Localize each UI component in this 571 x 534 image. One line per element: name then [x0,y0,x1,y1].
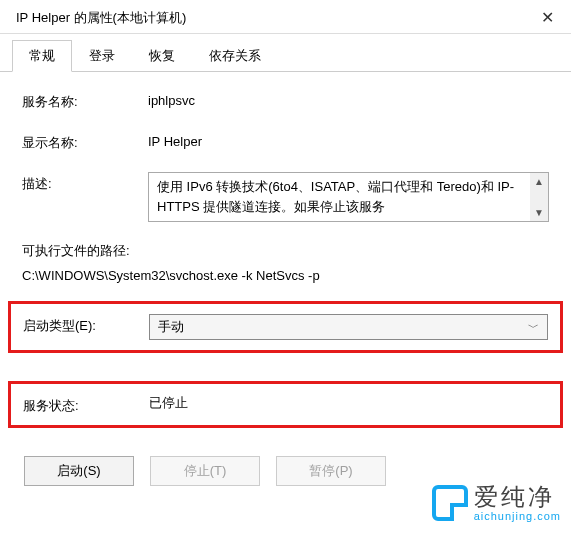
label-service-status: 服务状态: [23,394,149,415]
description-scrollbar[interactable]: ▲ ▼ [530,173,548,221]
start-button[interactable]: 启动(S) [24,456,134,486]
value-exe-path: C:\WINDOWS\System32\svchost.exe -k NetSv… [22,268,549,283]
description-text: 使用 IPv6 转换技术(6to4、ISATAP、端口代理和 Teredo)和 … [157,179,514,214]
label-display-name: 显示名称: [22,131,148,152]
row-exe-path: 可执行文件的路径: C:\WINDOWS\System32\svchost.ex… [22,242,549,283]
value-service-status: 已停止 [149,394,188,412]
content-panel: 服务名称: iphlpsvc 显示名称: IP Helper 描述: 使用 IP… [0,72,571,504]
startup-type-value: 手动 [158,318,184,336]
value-service-name: iphlpsvc [148,90,195,108]
highlight-startup-type: 启动类型(E): 手动 ﹀ [8,301,563,353]
watermark-text: 爱纯净 aichunjing.com [474,484,561,522]
button-row: 启动(S) 停止(T) 暂停(P) [22,456,549,486]
value-display-name: IP Helper [148,131,202,149]
window-title: IP Helper 的属性(本地计算机) [16,9,186,27]
label-description: 描述: [22,172,148,193]
row-description: 描述: 使用 IPv6 转换技术(6to4、ISATAP、端口代理和 Tered… [22,172,549,222]
scroll-up-icon[interactable]: ▲ [530,173,548,190]
tab-logon[interactable]: 登录 [72,40,132,71]
watermark-cn: 爱纯净 [474,484,561,510]
watermark-icon [432,485,468,521]
highlight-service-status: 服务状态: 已停止 [8,381,563,428]
label-startup-type: 启动类型(E): [23,314,149,335]
label-exe-path: 可执行文件的路径: [22,242,549,260]
watermark-en: aichunjing.com [474,510,561,522]
watermark: 爱纯净 aichunjing.com [432,484,561,522]
startup-type-select[interactable]: 手动 ﹀ [149,314,548,340]
chevron-down-icon: ﹀ [528,320,539,335]
row-service-status: 服务状态: 已停止 [23,394,548,415]
label-service-name: 服务名称: [22,90,148,111]
close-icon[interactable]: ✕ [535,8,559,27]
tab-general[interactable]: 常规 [12,40,72,72]
description-textbox[interactable]: 使用 IPv6 转换技术(6to4、ISATAP、端口代理和 Teredo)和 … [148,172,549,222]
pause-button: 暂停(P) [276,456,386,486]
titlebar: IP Helper 的属性(本地计算机) ✕ [0,0,571,34]
tabs: 常规 登录 恢复 依存关系 [0,34,571,72]
tab-dependencies[interactable]: 依存关系 [192,40,278,71]
row-startup-type: 启动类型(E): 手动 ﹀ [23,314,548,340]
scroll-down-icon[interactable]: ▼ [530,204,548,221]
stop-button: 停止(T) [150,456,260,486]
row-display-name: 显示名称: IP Helper [22,131,549,152]
row-service-name: 服务名称: iphlpsvc [22,90,549,111]
tab-recovery[interactable]: 恢复 [132,40,192,71]
